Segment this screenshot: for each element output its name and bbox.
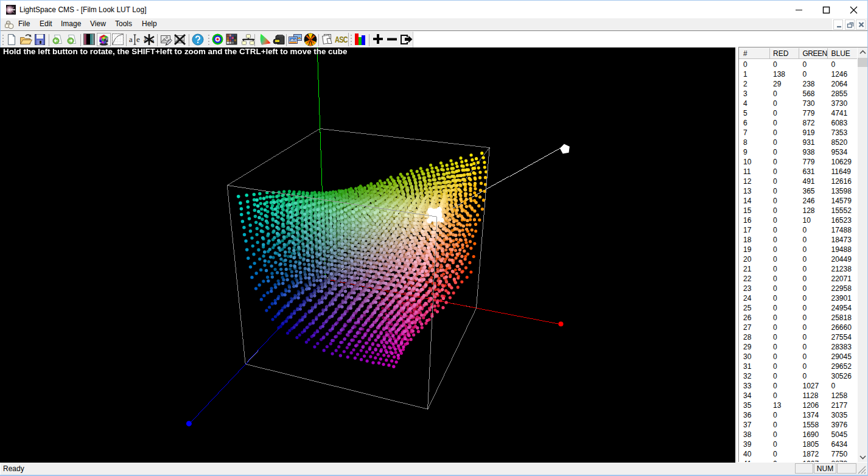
- svg-text:a: a: [129, 35, 133, 44]
- svg-text:e: e: [136, 35, 140, 44]
- svg-text:e: e: [151, 37, 154, 44]
- svg-text:a: a: [144, 35, 147, 43]
- svg-text:ASC: ASC: [335, 35, 348, 44]
